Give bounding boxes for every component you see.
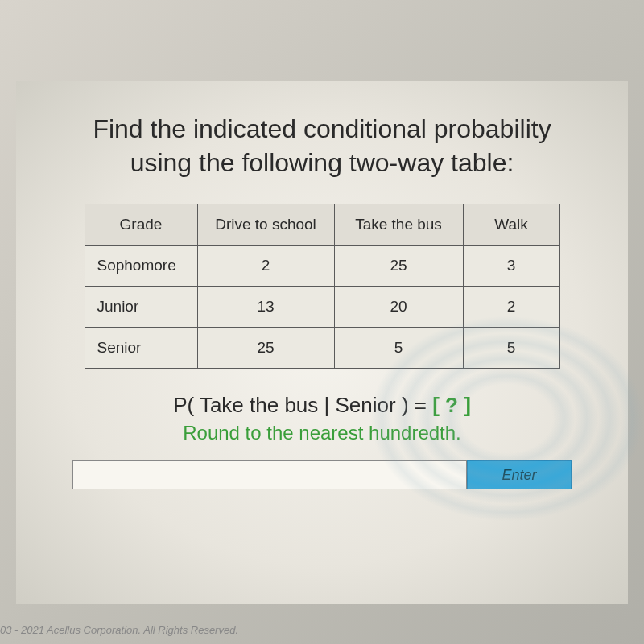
cell-walk: 3 [463,246,559,287]
header-grade: Grade [85,204,197,246]
cell-drive: 2 [197,246,334,287]
cell-bus: 25 [334,246,463,287]
answer-input-row: Enter [44,460,600,489]
title-line-1: Find the indicated conditional probabili… [93,114,551,143]
answer-input[interactable] [72,460,467,489]
answer-placeholder: [ ? ] [432,393,471,417]
cell-grade: Sophomore [85,246,197,287]
question-title: Find the indicated conditional probabili… [44,113,600,180]
table-header-row: Grade Drive to school Take the bus Walk [85,204,559,246]
cell-grade: Senior [85,328,197,369]
cell-bus: 5 [334,328,463,369]
header-drive: Drive to school [197,204,334,246]
table-row: Junior 13 20 2 [85,287,559,328]
header-bus: Take the bus [334,204,463,246]
title-line-2: using the following two-way table: [130,148,514,177]
probability-question: P( Take the bus | Senior ) = [ ? ] [44,393,600,418]
enter-button[interactable]: Enter [467,460,572,489]
table-row: Sophomore 2 25 3 [85,246,559,287]
question-prefix: P( Take the bus | Senior ) = [173,393,432,417]
content-panel: Find the indicated conditional probabili… [16,80,628,604]
rounding-instruction: Round to the nearest hundredth. [44,422,600,444]
cell-drive: 25 [197,328,334,369]
cell-drive: 13 [197,287,334,328]
table-row: Senior 25 5 5 [85,328,559,369]
copyright-footer: 03 - 2021 Acellus Corporation. All Right… [0,624,238,636]
header-walk: Walk [463,204,559,246]
two-way-table: Grade Drive to school Take the bus Walk … [85,204,560,369]
table-container: Grade Drive to school Take the bus Walk … [44,204,600,369]
cell-walk: 2 [463,287,559,328]
cell-walk: 5 [463,328,559,369]
cell-bus: 20 [334,287,463,328]
cell-grade: Junior [85,287,197,328]
